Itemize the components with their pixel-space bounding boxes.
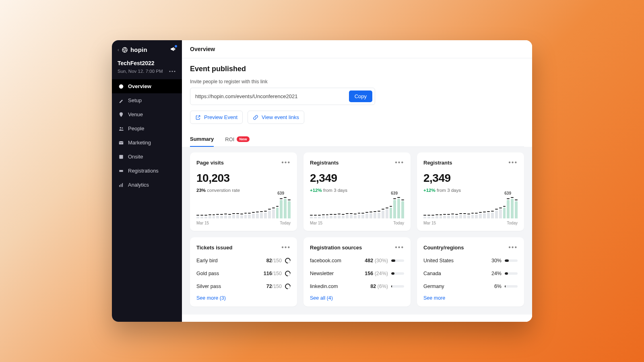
chart-bar: [503, 208, 506, 218]
chart-bar: [397, 199, 400, 218]
chart-bar: [374, 213, 376, 218]
card-menu-button[interactable]: •••: [395, 159, 404, 166]
chart-bar: [314, 216, 317, 218]
chart-bar: [361, 214, 364, 218]
tab-summary-label: Summary: [190, 136, 214, 142]
chart-bar: [208, 216, 211, 218]
link-icon: [253, 115, 258, 120]
card-title: Tickets issued: [196, 245, 232, 251]
svg-rect-7: [119, 185, 120, 187]
chart-bar: [264, 212, 267, 218]
metric-subline: 23% converstion rate: [196, 188, 291, 193]
axis-end: Today: [507, 221, 518, 225]
peak-label: 639: [277, 191, 284, 195]
page-title: Overview: [182, 40, 532, 58]
chart-bar: [248, 214, 251, 218]
chart-bar: [280, 200, 283, 218]
tabs: Summary ROI New: [190, 133, 524, 147]
sidebar-item-label: Venue: [128, 111, 143, 117]
chart-bar: [447, 216, 450, 218]
card-menu-button[interactable]: •••: [395, 244, 404, 251]
chart-bar: [479, 214, 482, 218]
sidebar-item-onsite[interactable]: Onsite: [112, 150, 182, 164]
brand-name: hopin: [130, 46, 147, 53]
chart-bar: [288, 201, 291, 218]
sidebar-item-setup[interactable]: Setup: [112, 93, 182, 107]
chart-bar: [463, 215, 466, 218]
axis-end: Today: [280, 221, 291, 225]
progress-ring-icon: [284, 257, 292, 265]
announcements-button[interactable]: [170, 46, 176, 53]
chart-bar: [382, 210, 384, 218]
main: Overview Event published Invite people t…: [182, 40, 532, 322]
chart-bar: [342, 216, 345, 218]
chart-bar: [318, 216, 321, 218]
chart-bar: [511, 199, 514, 218]
chart-bar: [284, 199, 287, 218]
peak-label: 639: [504, 191, 511, 195]
card-sources: Registration sources ••• facebook.com482…: [303, 237, 411, 306]
card-registrants: Registrants ••• 2,349 +12% from 3 days 6…: [303, 152, 411, 231]
svg-rect-9: [122, 183, 123, 187]
card-regions: Country/regions ••• United States30%Cana…: [417, 237, 524, 306]
chart-bar: [499, 209, 502, 218]
sidebar-item-label: Analytics: [128, 182, 149, 188]
sidebar-item-marketing[interactable]: Marketing: [112, 136, 182, 150]
chevron-left-icon[interactable]: ‹: [118, 47, 119, 53]
external-link-icon: [195, 115, 201, 120]
card-menu-button[interactable]: •••: [508, 244, 518, 251]
metric-subline: +12% from 3 days: [423, 188, 518, 193]
chart-bar: [236, 215, 239, 218]
sidebar-item-analytics[interactable]: Analytics: [112, 178, 182, 192]
card-menu-button[interactable]: •••: [281, 244, 291, 251]
card-menu-button[interactable]: •••: [508, 159, 518, 166]
svg-rect-8: [121, 184, 122, 187]
chart-bar: [200, 216, 203, 218]
tab-roi[interactable]: ROI New: [225, 133, 250, 146]
sidebar-nav: Overview Setup Venue People Marketing On…: [112, 79, 182, 192]
content: Event published Invite people to registe…: [182, 58, 532, 322]
chart-bar: [240, 215, 243, 218]
copy-button[interactable]: Copy: [349, 90, 372, 102]
progress-bar-icon: [391, 259, 404, 262]
notification-dot-icon: [175, 45, 177, 47]
chart-bar: [326, 216, 329, 218]
chart-bar: [393, 200, 396, 218]
view-event-links-button[interactable]: View event links: [248, 111, 304, 124]
chart-bar: [451, 215, 454, 218]
progress-ring-icon: [284, 269, 292, 278]
see-more-link[interactable]: See more: [423, 295, 518, 301]
sidebar-item-registrations[interactable]: Registrations: [112, 164, 182, 178]
sidebar-item-people[interactable]: People: [112, 121, 182, 136]
chart-bar: [495, 210, 498, 218]
progress-ring-icon: [284, 282, 292, 290]
chart-bar: [507, 200, 510, 218]
list-item: Canada24%: [423, 267, 518, 280]
event-menu-button[interactable]: •••: [169, 69, 176, 74]
see-more-link[interactable]: See more (3): [196, 295, 291, 301]
list-item: Early bird82/150: [196, 254, 291, 267]
axis-start: Mar 15: [310, 221, 322, 225]
sidebar-item-label: Overview: [128, 83, 151, 89]
brand[interactable]: ‹ hopin: [118, 46, 147, 53]
new-badge: New: [237, 136, 249, 142]
progress-bar-icon: [505, 259, 518, 262]
see-more-link[interactable]: See all (4): [310, 295, 404, 301]
chart-bar: [232, 215, 235, 218]
chart-bar: [378, 212, 380, 218]
sidebar-item-label: Onsite: [128, 154, 143, 160]
chart-bar: [443, 216, 446, 218]
progress-bar-icon: [505, 285, 518, 288]
progress-bar-icon: [505, 272, 518, 275]
sidebar-item-venue[interactable]: Venue: [112, 107, 182, 121]
chart-bar: [440, 216, 442, 218]
sidebar-item-overview[interactable]: Overview: [112, 79, 182, 93]
axis-start: Mar 15: [423, 221, 436, 225]
invite-link-input[interactable]: [195, 93, 349, 99]
tab-summary[interactable]: Summary: [190, 133, 214, 147]
event-name: TechFest2022: [118, 60, 176, 66]
card-menu-button[interactable]: •••: [281, 159, 291, 166]
metric-sub: from 3 days: [437, 188, 461, 193]
app-window: ‹ hopin TechFest2022 Sun, Nov 12. 7:00 P…: [112, 40, 532, 322]
preview-event-button[interactable]: Preview Event: [190, 111, 243, 124]
